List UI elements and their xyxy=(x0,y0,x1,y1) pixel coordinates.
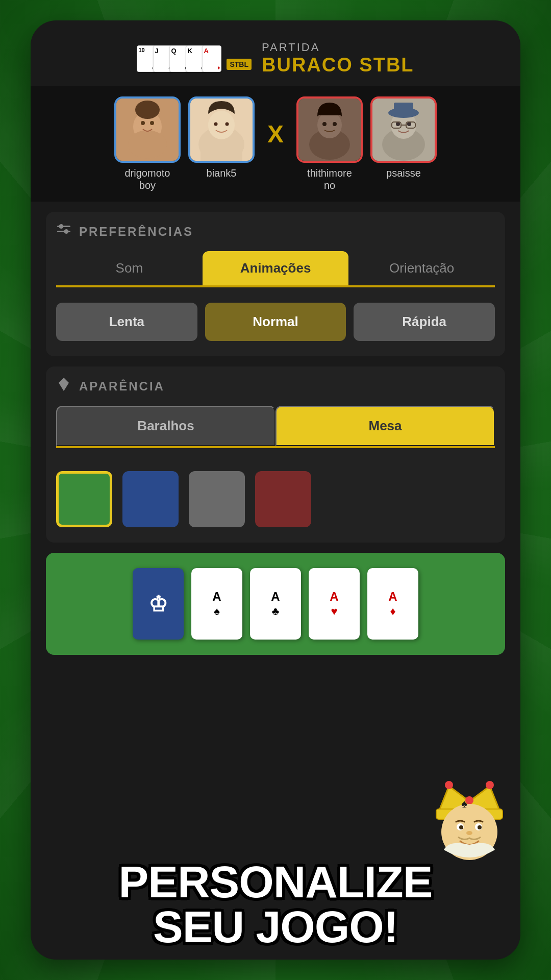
svg-point-32 xyxy=(64,230,68,234)
svg-point-42 xyxy=(478,825,482,829)
avatar-img-4 xyxy=(372,99,435,161)
appear-icon xyxy=(56,377,71,396)
player-thithimore: thithimoreno xyxy=(296,96,363,191)
card-icons: 10 ♠ J ♠ Q ♠ K ♠ xyxy=(137,45,252,72)
appear-header: APARÊNCIA xyxy=(56,377,495,396)
player-name-3: thithimoreno xyxy=(307,167,352,191)
players-section: drigomotoboy xyxy=(31,86,520,202)
appear-title: APARÊNCIA xyxy=(79,379,165,394)
speed-normal[interactable]: Normal xyxy=(205,303,346,341)
preferences-section: PREFERÊNCIAS Som Animações Orientação Le… xyxy=(46,212,505,356)
card-ace-diamond: A ♦ xyxy=(367,568,418,640)
header-subtitle: PARTIDA xyxy=(262,41,414,54)
svg-text:♠: ♠ xyxy=(461,797,467,810)
avatar-img-1 xyxy=(116,99,179,161)
team1: drigomotoboy xyxy=(114,96,255,191)
tab-animacoes[interactable]: Animações xyxy=(203,251,349,285)
svg-point-23 xyxy=(407,122,411,126)
svg-rect-12 xyxy=(201,139,242,161)
svg-point-5 xyxy=(150,121,154,125)
svg-point-4 xyxy=(141,121,145,125)
card-back-symbol: ♔ xyxy=(148,592,168,617)
prefs-title: PREFERÊNCIAS xyxy=(79,225,193,239)
tab-som[interactable]: Som xyxy=(56,251,203,285)
avatar-biank5 xyxy=(188,96,255,163)
svg-point-10 xyxy=(214,122,217,126)
color-swatches xyxy=(56,458,495,532)
cta-line2: SEU JOGO! xyxy=(0,904,551,949)
svg-point-34 xyxy=(445,781,453,789)
svg-point-2 xyxy=(128,130,167,159)
svg-point-11 xyxy=(225,122,229,126)
avatar-img-2 xyxy=(190,99,253,161)
header-text: PARTIDA BURACO STBL xyxy=(262,41,414,76)
player-biank5: biank5 xyxy=(188,96,255,191)
svg-point-22 xyxy=(396,122,400,126)
svg-point-30 xyxy=(59,225,63,229)
appear-tab-underline xyxy=(56,446,495,448)
tab-underline xyxy=(56,285,495,287)
tab-orientacao[interactable]: Orientação xyxy=(348,251,495,285)
player-psaisse: psaisse xyxy=(370,96,437,191)
svg-rect-18 xyxy=(319,111,340,115)
svg-point-41 xyxy=(459,825,463,829)
header: 10 ♠ J ♠ Q ♠ K ♠ xyxy=(31,26,520,86)
speed-lenta[interactable]: Lenta xyxy=(56,303,197,341)
avatar-thithimore xyxy=(296,96,363,163)
player-name-2: biank5 xyxy=(207,167,237,179)
tab-mesa[interactable]: Mesa xyxy=(276,406,495,446)
stbl-badge: STBL xyxy=(227,59,252,70)
svg-point-16 xyxy=(322,122,327,126)
svg-point-17 xyxy=(333,122,337,126)
svg-point-36 xyxy=(486,781,494,789)
swatch-gray[interactable] xyxy=(189,471,245,527)
svg-point-43 xyxy=(466,831,472,835)
speed-buttons: Lenta Normal Rápida xyxy=(56,298,495,346)
card-preview: ♔ A ♠ A ♣ A ♥ xyxy=(46,553,505,655)
team2: thithimoreno xyxy=(296,96,437,191)
header-title: BURACO STBL xyxy=(262,54,414,76)
vs-label: X xyxy=(262,120,289,148)
avatar-img-3 xyxy=(298,99,361,161)
player-name-4: psaisse xyxy=(386,167,421,179)
tabs-container: Som Animações Orientação xyxy=(56,251,495,285)
prefs-header: PREFERÊNCIAS xyxy=(56,222,495,241)
appearance-section: APARÊNCIA Baralhos Mesa xyxy=(46,366,505,543)
swatch-blue[interactable] xyxy=(122,471,179,527)
card-ace-heart: A ♥ xyxy=(309,568,360,640)
svg-point-15 xyxy=(317,112,342,138)
tab-baralhos[interactable]: Baralhos xyxy=(56,406,276,446)
card-back: ♔ xyxy=(133,568,184,640)
appear-tabs: Baralhos Mesa xyxy=(56,406,495,446)
swatch-red[interactable] xyxy=(255,471,311,527)
king-mascot: ♠ xyxy=(429,766,510,878)
swatch-green[interactable] xyxy=(56,471,112,527)
svg-point-6 xyxy=(135,101,160,119)
player-drigomoto: drigomotoboy xyxy=(114,96,181,191)
avatar-psaisse xyxy=(370,96,437,163)
prefs-icon xyxy=(56,222,71,241)
avatar-drigomoto xyxy=(114,96,181,163)
speed-rapida[interactable]: Rápida xyxy=(354,303,495,341)
player-name-1: drigomotoboy xyxy=(125,167,170,191)
card-ace-spade: A ♠ xyxy=(191,568,242,640)
svg-point-9 xyxy=(208,111,235,139)
card-ace-club: A ♣ xyxy=(250,568,301,640)
svg-rect-25 xyxy=(394,103,413,114)
